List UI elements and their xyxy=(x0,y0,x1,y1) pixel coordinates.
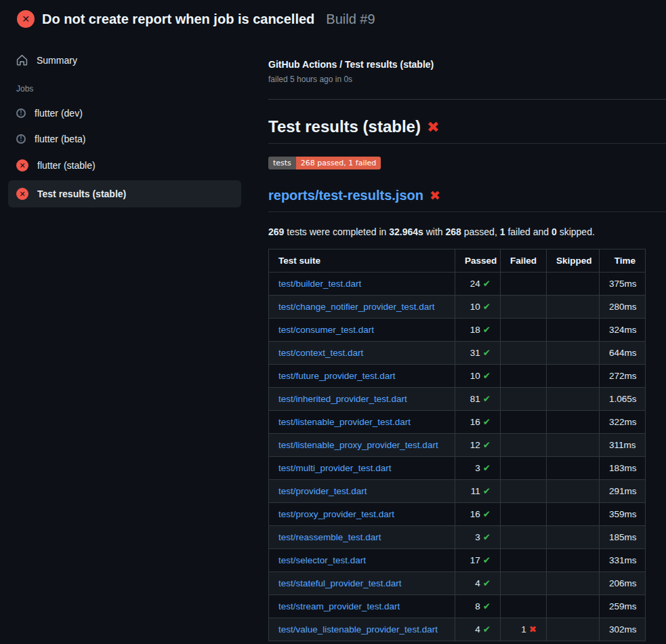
suite-cell: test/consumer_test.dart xyxy=(269,319,455,342)
job-label: flutter (beta) xyxy=(35,134,85,144)
skipped-cell xyxy=(547,480,600,503)
suite-link[interactable]: test/context_test.dart xyxy=(278,348,363,358)
skipped-cell xyxy=(547,457,600,480)
failed-cell xyxy=(501,365,547,388)
breadcrumb: GitHub Actions / Test results (stable) xyxy=(268,59,666,70)
suite-cell: test/value_listenable_provider_test.dart xyxy=(269,618,455,641)
check-icon: ✔ xyxy=(483,371,491,381)
skipped-cell xyxy=(547,388,600,411)
report-file-heading: reports/test-results.json✖ xyxy=(268,188,666,212)
time-cell: 259ms xyxy=(600,595,646,618)
suite-cell: test/proxy_provider_test.dart xyxy=(269,503,455,526)
failed-cell: 1✖ xyxy=(501,618,547,641)
check-icon: ✔ xyxy=(483,555,491,565)
passed-cell: 31✔ xyxy=(455,342,501,365)
sidebar-job-item[interactable]: ! flutter (dev) xyxy=(8,102,241,125)
table-row: test/listenable_proxy_provider_test.dart… xyxy=(269,434,646,457)
sidebar-job-item[interactable]: ✕ flutter (stable) xyxy=(8,153,241,178)
table-row: test/value_listenable_provider_test.dart… xyxy=(269,618,646,641)
suite-link[interactable]: test/builder_test.dart xyxy=(278,279,361,289)
summary-segment: 269 xyxy=(268,226,284,237)
time-cell: 375ms xyxy=(600,273,646,296)
failed-status-icon: ✕ xyxy=(17,10,35,28)
skipped-cell xyxy=(547,319,600,342)
time-cell: 272ms xyxy=(600,365,646,388)
home-icon xyxy=(16,54,28,66)
sidebar-job-item[interactable]: ! flutter (beta) xyxy=(8,127,241,150)
suite-link[interactable]: test/selector_test.dart xyxy=(278,555,366,565)
time-cell: 311ms xyxy=(600,434,646,457)
skipped-cell xyxy=(547,618,600,641)
suite-link[interactable]: test/listenable_proxy_provider_test.dart xyxy=(278,440,438,450)
passed-cell: 24✔ xyxy=(455,273,501,296)
cancelled-icon: ! xyxy=(16,108,26,118)
badge-label: tests xyxy=(268,157,296,169)
summary-segment: 268 xyxy=(446,226,461,237)
suite-link[interactable]: test/listenable_provider_test.dart xyxy=(278,417,411,427)
skipped-cell xyxy=(547,549,600,572)
badge-value: 268 passed, 1 failed xyxy=(296,157,381,169)
sidebar-item-summary[interactable]: Summary xyxy=(8,48,241,72)
suite-link[interactable]: test/consumer_test.dart xyxy=(278,325,374,335)
build-header: ✕ Do not create report when job is cance… xyxy=(0,0,666,35)
table-row: test/listenable_provider_test.dart 16✔ 3… xyxy=(269,411,646,434)
check-icon: ✔ xyxy=(483,486,491,496)
passed-cell: 81✔ xyxy=(455,388,501,411)
suite-cell: test/inherited_provider_test.dart xyxy=(269,388,455,411)
column-header-time: Time xyxy=(600,249,646,273)
suite-link[interactable]: test/provider_test.dart xyxy=(278,486,367,496)
failed-icon: ✕ xyxy=(16,188,28,200)
failed-cell xyxy=(501,503,547,526)
suite-cell: test/change_notifier_provider_test.dart xyxy=(269,296,455,319)
table-header-row: Test suite Passed Failed Skipped Time xyxy=(269,249,646,273)
suite-cell: test/future_provider_test.dart xyxy=(269,365,455,388)
test-results-table: Test suite Passed Failed Skipped Time te… xyxy=(268,249,646,641)
failed-cell xyxy=(501,572,547,595)
sidebar-job-item[interactable]: ✕ Test results (stable) xyxy=(8,180,241,207)
check-icon: ✔ xyxy=(483,279,491,289)
cross-mark-icon: ✖ xyxy=(430,188,440,203)
time-cell: 331ms xyxy=(600,549,646,572)
test-table-body: test/builder_test.dart 24✔ 375ms test/ch… xyxy=(269,273,646,641)
jobs-section-label: Jobs xyxy=(16,84,241,94)
sidebar-summary-label: Summary xyxy=(37,55,77,66)
skipped-cell xyxy=(547,365,600,388)
suite-link[interactable]: test/proxy_provider_test.dart xyxy=(278,509,394,519)
passed-cell: 16✔ xyxy=(455,503,501,526)
table-row: test/consumer_test.dart 18✔ 324ms xyxy=(269,319,646,342)
skipped-cell xyxy=(547,273,600,296)
table-row: test/stateful_provider_test.dart 4✔ 206m… xyxy=(269,572,646,595)
suite-cell: test/provider_test.dart xyxy=(269,480,455,503)
check-icon: ✔ xyxy=(483,302,491,312)
suite-link[interactable]: test/multi_provider_test.dart xyxy=(278,463,392,473)
suite-link[interactable]: test/reassemble_test.dart xyxy=(278,532,381,542)
build-title: Do not create report when job is cancell… xyxy=(42,12,314,27)
suite-cell: test/stream_provider_test.dart xyxy=(269,595,455,618)
summary-segment: tests were completed in xyxy=(284,226,389,237)
suite-link[interactable]: test/stateful_provider_test.dart xyxy=(278,578,402,588)
suite-link[interactable]: test/value_listenable_provider_test.dart xyxy=(278,624,438,635)
suite-link[interactable]: test/stream_provider_test.dart xyxy=(278,601,400,611)
table-row: test/change_notifier_provider_test.dart … xyxy=(269,296,646,319)
summary-text: 269 tests were completed in 32.964s with… xyxy=(268,226,666,237)
failed-cell xyxy=(501,296,547,319)
time-cell: 280ms xyxy=(600,296,646,319)
jobs-list: ! flutter (dev) ! flutter (beta) ✕ flutt… xyxy=(8,102,241,207)
table-row: test/context_test.dart 31✔ 644ms xyxy=(269,342,646,365)
failed-cell xyxy=(501,273,547,296)
table-row: test/future_provider_test.dart 10✔ 272ms xyxy=(269,365,646,388)
suite-link[interactable]: test/change_notifier_provider_test.dart xyxy=(278,302,434,312)
summary-segment: 0 xyxy=(551,226,557,237)
suite-link[interactable]: test/future_provider_test.dart xyxy=(278,371,396,381)
table-row: test/builder_test.dart 24✔ 375ms xyxy=(269,273,646,296)
suite-cell: test/multi_provider_test.dart xyxy=(269,457,455,480)
summary-segment: skipped. xyxy=(557,226,595,237)
suite-cell: test/listenable_proxy_provider_test.dart xyxy=(269,434,455,457)
passed-cell: 16✔ xyxy=(455,411,501,434)
report-file-link[interactable]: reports/test-results.json xyxy=(268,188,423,203)
time-cell: 291ms xyxy=(600,480,646,503)
report-section-title: Test results (stable)✖ xyxy=(268,117,666,144)
suite-link[interactable]: test/inherited_provider_test.dart xyxy=(278,394,407,404)
skipped-cell xyxy=(547,503,600,526)
failed-cell xyxy=(501,411,547,434)
